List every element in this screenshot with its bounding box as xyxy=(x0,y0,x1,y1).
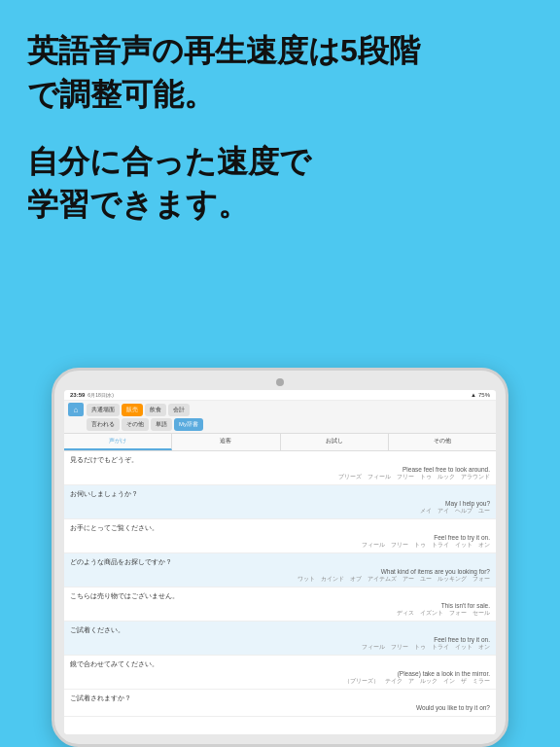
nav-top-row: ⌂ 共通場面 販売 飲食 会計 xyxy=(68,403,492,416)
phrase-list: 見るだけでもどうぞ。 Please feel free to look arou… xyxy=(64,451,496,734)
phrase-ja-5: こちらは売り物ではございません。 xyxy=(70,591,490,601)
nav-tab-hanbai[interactable]: 販売 xyxy=(122,404,143,416)
phrase-reading-5: ディス イズント フォー セール xyxy=(70,610,490,617)
battery-indicator: 75% xyxy=(478,392,490,398)
phrase-item-5[interactable]: こちらは売り物ではございません。 This isn't for sale. ディ… xyxy=(64,587,496,622)
phrase-reading-1: プリーズ フィール フリー トゥ ルック アラウンド xyxy=(70,474,490,480)
phrase-item-3[interactable]: お手にとってご覧ください。 Feel free to try it on. フィ… xyxy=(64,519,496,553)
phrase-item-1[interactable]: 見るだけでもどうぞ。 Please feel free to look arou… xyxy=(64,451,496,485)
phrase-en-7: (Please) take a look in the mirror. xyxy=(70,670,490,677)
phrase-ja-2: お伺いしましょうか？ xyxy=(70,489,490,499)
phrase-reading-2: メイ アイ ヘルプ ユー xyxy=(70,508,490,515)
phrase-item-8[interactable]: ご試着されますか？ Would you like to try it on? xyxy=(64,690,496,717)
nav-second-tab-my[interactable]: My辞書 xyxy=(174,418,203,431)
main-headline: 英語音声の再生速度は5段階 で調整可能。 xyxy=(27,29,533,117)
phrase-ja-8: ご試着されますか？ xyxy=(70,694,490,703)
nav-tab-inshoku[interactable]: 飲食 xyxy=(145,404,166,416)
nav-bar: ⌂ 共通場面 販売 飲食 会計 言われる その他 単語 My辞書 xyxy=(64,401,496,434)
sub-tab-sonota[interactable]: その他 xyxy=(389,434,496,450)
phrase-en-1: Please feel free to look around. xyxy=(70,466,490,473)
sub-headline: 自分に合った速度で 学習できます。 xyxy=(27,140,533,228)
nav-tabs: 共通場面 販売 飲食 会計 xyxy=(87,404,492,416)
phrase-ja-6: ご試着ください。 xyxy=(70,625,490,635)
nav-second-tab-iwareru[interactable]: 言われる xyxy=(87,418,120,431)
phrase-en-2: May I help you? xyxy=(70,500,490,507)
status-right: ▲ 75% xyxy=(471,392,490,398)
phrase-ja-1: 見るだけでもどうぞ。 xyxy=(70,455,490,465)
nav-tab-kyotsu[interactable]: 共通場面 xyxy=(87,404,120,416)
phrase-reading-6: フィール フリー トゥ トライ イット オン xyxy=(70,644,490,651)
tablet-frame: 23:59 6月18日(水) ▲ 75% ⌂ 共通場面 販売 飲食 会計 言われ… xyxy=(52,368,508,747)
phrase-ja-4: どのような商品をお探しですか？ xyxy=(70,557,490,567)
phrase-en-4: What kind of items are you looking for? xyxy=(70,568,490,575)
phrase-en-3: Feel free to try it on. xyxy=(70,534,490,541)
tablet-screen: 23:59 6月18日(水) ▲ 75% ⌂ 共通場面 販売 飲食 会計 言われ… xyxy=(64,390,496,734)
home-icon[interactable]: ⌂ xyxy=(68,403,84,416)
status-bar: 23:59 6月18日(水) ▲ 75% xyxy=(64,390,496,401)
phrase-item-6[interactable]: ご試着ください。 Feel free to try it on. フィール フリ… xyxy=(64,622,496,656)
sub-tabs-bar: 声がけ 追客 お試し その他 xyxy=(64,434,496,451)
nav-second-tab-sonota[interactable]: その他 xyxy=(122,418,149,431)
phrase-ja-7: 鏡で合わせてみてください。 xyxy=(70,659,490,669)
status-time: 23:59 xyxy=(70,392,85,398)
nav-second-tab-tango[interactable]: 単語 xyxy=(151,418,172,431)
status-date: 6月18日(水) xyxy=(88,392,114,398)
status-left: 23:59 6月18日(水) xyxy=(70,392,114,398)
sub-tab-otameshi[interactable]: お試し xyxy=(281,434,389,450)
phrase-reading-7: （プリーズ） テイク ア ルック イン ザ ミラー xyxy=(70,678,490,685)
phrase-en-8: Would you like to try it on? xyxy=(70,704,490,711)
phrase-item-4[interactable]: どのような商品をお探しですか？ What kind of items are y… xyxy=(64,553,496,587)
phrase-en-5: This isn't for sale. xyxy=(70,602,490,609)
phrase-item-2[interactable]: お伺いしましょうか？ May I help you? メイ アイ ヘルプ ユー xyxy=(64,485,496,519)
phrase-ja-3: お手にとってご覧ください。 xyxy=(70,523,490,533)
sub-tab-tsuikyaku[interactable]: 追客 xyxy=(172,434,280,450)
wifi-indicator: ▲ xyxy=(471,392,476,398)
phrase-reading-3: フィール フリー トゥ トライ イット オン xyxy=(70,542,490,549)
nav-tab-kaikei[interactable]: 会計 xyxy=(168,404,190,416)
phrase-reading-4: ワット カインド オブ アイテムズ アー ユー ルッキング フォー xyxy=(70,576,490,583)
phrase-item-7[interactable]: 鏡で合わせてみてください。 (Please) take a look in th… xyxy=(64,656,496,690)
sub-tab-koe[interactable]: 声がけ xyxy=(64,434,172,450)
tablet-camera xyxy=(276,378,284,386)
top-text-area: 英語音声の再生速度は5段階 で調整可能。 自分に合った速度で 学習できます。 xyxy=(0,0,560,246)
phrase-en-6: Feel free to try it on. xyxy=(70,636,490,643)
nav-second-row: 言われる その他 単語 My辞書 xyxy=(87,418,492,431)
